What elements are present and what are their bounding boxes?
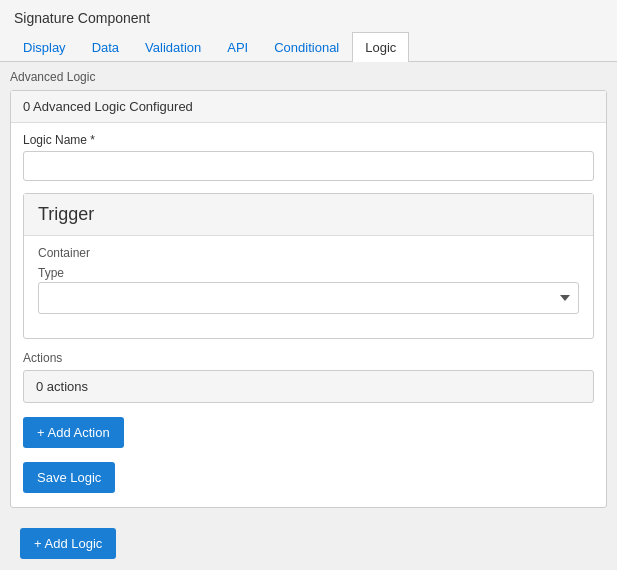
- trigger-header: Trigger: [24, 194, 593, 236]
- add-logic-button[interactable]: + Add Logic: [20, 528, 116, 559]
- add-action-button[interactable]: + Add Action: [23, 417, 124, 448]
- actions-label: Actions: [23, 351, 594, 365]
- trigger-box: Trigger Container Type: [23, 193, 594, 339]
- tab-conditional[interactable]: Conditional: [261, 32, 352, 62]
- tab-data[interactable]: Data: [79, 32, 132, 62]
- window-title: Signature Component: [0, 0, 617, 32]
- type-select[interactable]: [38, 282, 579, 314]
- logic-name-input[interactable]: [23, 151, 594, 181]
- container-label: Container: [38, 246, 579, 260]
- section-label: Advanced Logic: [10, 70, 607, 84]
- tab-logic[interactable]: Logic: [352, 32, 409, 62]
- logic-configured-bar: 0 Advanced Logic Configured: [11, 91, 606, 123]
- logic-name-label: Logic Name *: [23, 133, 594, 147]
- tab-validation[interactable]: Validation: [132, 32, 214, 62]
- save-logic-button[interactable]: Save Logic: [23, 462, 115, 493]
- type-label: Type: [38, 266, 579, 280]
- actions-bar: 0 actions: [23, 370, 594, 403]
- tabs-bar: Display Data Validation API Conditional …: [0, 32, 617, 62]
- tab-display[interactable]: Display: [10, 32, 79, 62]
- tab-api[interactable]: API: [214, 32, 261, 62]
- logic-outer-box: 0 Advanced Logic Configured Logic Name *…: [10, 90, 607, 508]
